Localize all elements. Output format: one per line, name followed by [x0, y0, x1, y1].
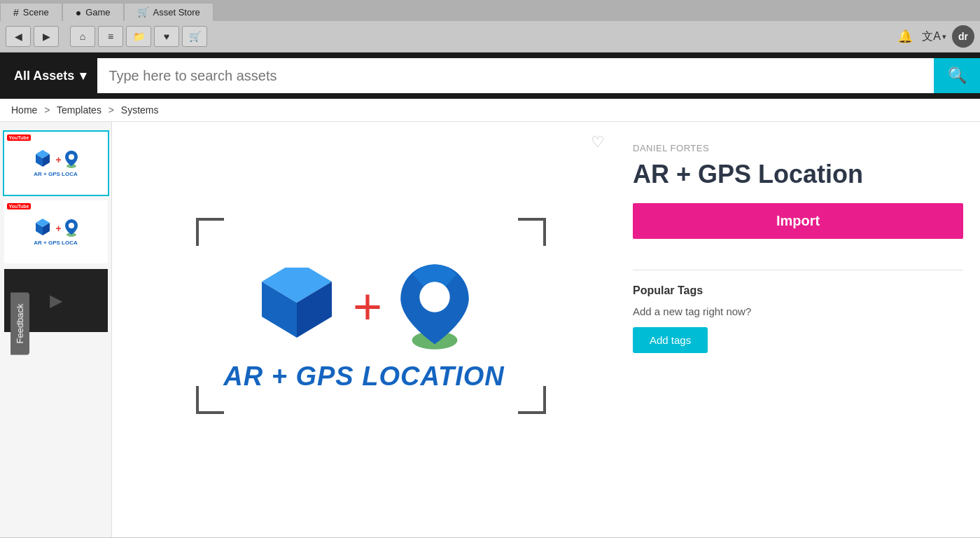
nav-right: 🔔 文A ▾ dr	[894, 25, 974, 48]
breadcrumb-home[interactable]: Home	[11, 104, 37, 116]
search-input[interactable]	[97, 58, 934, 93]
category-label: All Assets	[14, 69, 74, 83]
cart-icon: 🛒	[189, 31, 201, 42]
menu-button[interactable]: ≡	[98, 26, 123, 47]
thumb-label-2: AR + GPS LOCA	[34, 240, 77, 246]
translate-button[interactable]: 文A ▾	[922, 29, 946, 44]
bracket-bottom-right	[518, 386, 546, 414]
mini-cube-icon-2	[33, 219, 52, 238]
tab-scene-label: Scene	[23, 7, 49, 18]
bracket-bottom-left	[196, 386, 224, 414]
breadcrumb-templates[interactable]: Templates	[57, 104, 102, 116]
game-icon: ●	[76, 7, 81, 18]
breadcrumb-sep-1: >	[44, 104, 50, 116]
popular-tags-title: Popular Tags	[633, 284, 963, 297]
category-chevron-icon: ▾	[80, 68, 86, 83]
tab-game-label: Game	[85, 7, 110, 18]
forward-icon: ▶	[43, 31, 50, 42]
category-dropdown[interactable]: All Assets ▾	[0, 58, 97, 93]
nav-toolbar: ◀ ▶ ⌂ ≡ 📁 ♥ 🛒 🔔 文A ▾ dr	[0, 21, 980, 53]
asset-title: AR + GPS Location	[633, 159, 963, 189]
tab-asset-store-label: Asset Store	[153, 7, 200, 18]
tab-asset-store[interactable]: 🛒 Asset Store	[124, 3, 214, 21]
asset-info-panel: DANIEL FORTES AR + GPS Location Import P…	[616, 122, 980, 537]
thumb-label-1: AR + GPS LOCA	[34, 171, 77, 177]
wishlist-button[interactable]: ♥	[154, 26, 179, 47]
translate-chevron-icon: ▾	[942, 32, 946, 41]
thumb-ar-mini-2: YouTube + AR +	[4, 200, 108, 263]
asset-image-area: ♡	[112, 122, 616, 537]
mini-pin-icon-2	[64, 219, 78, 237]
mini-plus-1: +	[55, 154, 61, 165]
thumb-ar-mini-1: YouTube +	[4, 132, 108, 195]
breadcrumb-systems: Systems	[121, 104, 159, 116]
thumbnail-item-1[interactable]: YouTube +	[3, 130, 109, 196]
asset-publisher: DANIEL FORTES	[633, 143, 963, 153]
youtube-badge-2: YouTube	[7, 203, 31, 209]
wishlist-heart-icon[interactable]: ♡	[591, 133, 605, 151]
cube-3d-icon	[255, 268, 339, 352]
search-button[interactable]: 🔍	[934, 58, 980, 93]
tab-scene[interactable]: # Scene	[0, 3, 62, 21]
forward-button[interactable]: ▶	[34, 26, 59, 47]
home-icon: ⌂	[80, 31, 85, 42]
back-icon: ◀	[15, 31, 22, 42]
play-icon: ▶	[50, 291, 62, 310]
search-icon: 🔍	[948, 67, 967, 85]
ar-main-graphic: +	[255, 268, 473, 352]
bracket-top-right	[518, 218, 546, 246]
bookmark-button[interactable]: 📁	[126, 26, 151, 47]
thumb-mini-icons-1: +	[33, 150, 78, 170]
back-button[interactable]: ◀	[6, 26, 31, 47]
ar-gps-image: +	[182, 197, 546, 463]
cart-button[interactable]: 🛒	[182, 26, 207, 47]
avatar: dr	[952, 25, 974, 48]
gps-pin-icon	[396, 261, 473, 352]
heart-icon: ♥	[164, 31, 169, 42]
bookmark-icon: 📁	[133, 31, 145, 42]
svg-point-14	[419, 282, 449, 312]
search-bar: All Assets ▾ 🔍	[0, 53, 980, 99]
asset-detail: ♡	[112, 122, 980, 537]
tab-bar: # Scene ● Game 🛒 Asset Store	[0, 0, 980, 21]
add-tags-button[interactable]: Add tags	[633, 327, 708, 353]
youtube-badge-1: YouTube	[7, 134, 31, 141]
svg-point-4	[69, 154, 74, 160]
svg-point-9	[69, 223, 74, 228]
plus-icon: +	[353, 281, 382, 331]
import-button[interactable]: Import	[633, 203, 963, 239]
thumbnail-image-1: YouTube +	[4, 132, 108, 195]
feedback-tab[interactable]: Feedback	[10, 293, 29, 355]
breadcrumb: Home > Templates > Systems	[0, 99, 980, 122]
thumbnail-image-2: YouTube + AR +	[4, 200, 108, 263]
menu-icon: ≡	[108, 31, 113, 42]
thumb-mini-icons-2: +	[33, 219, 78, 238]
mini-pin-icon-1	[64, 151, 78, 169]
divider	[633, 270, 963, 270]
asset-store-icon: 🛒	[137, 6, 149, 18]
notification-button[interactable]: 🔔	[894, 25, 916, 48]
mini-cube-icon-1	[33, 150, 52, 170]
mini-plus-2: +	[55, 223, 61, 234]
add-tag-text: Add a new tag right now?	[633, 305, 963, 317]
user-profile-button[interactable]: dr	[952, 25, 974, 48]
thumbnail-item-2[interactable]: YouTube + AR +	[3, 199, 109, 265]
breadcrumb-sep-2: >	[108, 104, 114, 116]
scene-icon: #	[13, 7, 19, 18]
main-content: YouTube +	[0, 122, 980, 537]
translate-icon: 文A	[922, 29, 941, 44]
bracket-top-left	[196, 218, 224, 246]
search-input-wrapper	[97, 58, 934, 93]
tab-game[interactable]: ● Game	[62, 3, 124, 21]
home-button[interactable]: ⌂	[70, 26, 95, 47]
notification-icon: 🔔	[897, 29, 913, 44]
